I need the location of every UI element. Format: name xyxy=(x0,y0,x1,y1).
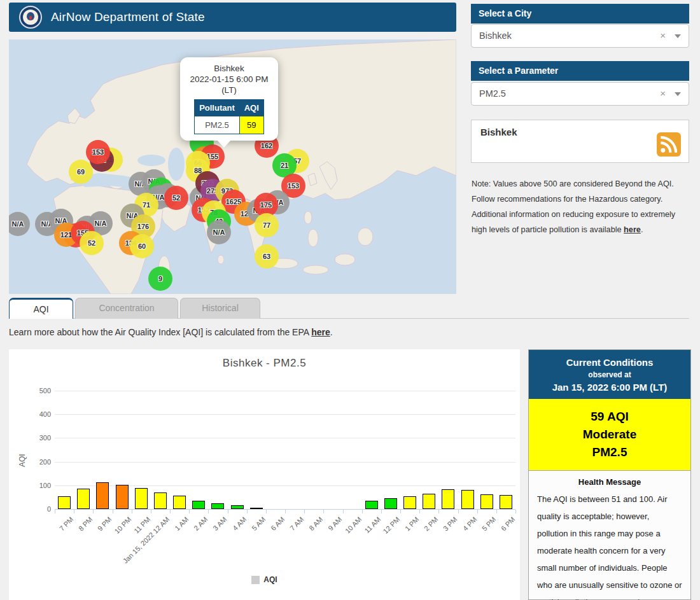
x-tick-mark xyxy=(515,510,516,513)
aqi-bar xyxy=(58,496,71,509)
map-marker[interactable]: 69 xyxy=(69,160,93,184)
page: AirNow Department of State xyxy=(0,0,700,600)
x-tick-mark xyxy=(304,510,305,513)
map-marker[interactable]: N/A xyxy=(207,220,231,244)
aqi-bar xyxy=(442,489,454,509)
y-tick-label: 400 xyxy=(22,410,51,418)
map-marker[interactable]: 52 xyxy=(164,186,188,210)
note-text: Note: Values above 500 are considered Be… xyxy=(472,179,675,234)
popup-timezone: (LT) xyxy=(184,85,274,95)
popup-aqi-value: 59 xyxy=(239,116,263,134)
rss-icon[interactable] xyxy=(657,132,681,157)
conditions-aqi-value: 59 AQI xyxy=(529,408,690,426)
learn-suffix: . xyxy=(330,327,333,337)
x-tick-mark xyxy=(113,510,113,513)
x-tick-mark xyxy=(55,510,55,513)
current-conditions-panel: Current Conditions observed at Jan 15, 2… xyxy=(528,349,691,600)
x-tick-mark xyxy=(266,510,267,513)
aqi-bar xyxy=(250,508,263,509)
health-message-section: Health Message The AQI is between 51 and… xyxy=(529,470,690,599)
city-clear-icon[interactable]: × xyxy=(660,30,666,41)
conditions-pollutant: PM2.5 xyxy=(529,443,690,461)
popup-pollutant-value: PM2.5 xyxy=(195,116,240,134)
y-tick-label: 0 xyxy=(22,505,51,513)
map-marker[interactable]: 60 xyxy=(130,234,154,258)
conditions-observed-at: observed at xyxy=(529,369,690,380)
map-marker[interactable]: 153 xyxy=(86,140,110,164)
note-suffix: . xyxy=(641,225,643,234)
x-tick-mark xyxy=(477,510,478,513)
y-tick-label: 500 xyxy=(22,387,51,394)
chart-gridline xyxy=(55,391,515,391)
x-tick-mark xyxy=(362,510,363,513)
aqi-bar xyxy=(77,489,90,509)
conditions-category: Moderate xyxy=(529,426,690,443)
parameter-select-value: PM2.5 xyxy=(479,83,506,105)
state-seal-shield xyxy=(29,16,32,20)
x-tick-mark xyxy=(438,510,439,513)
map-marker[interactable]: 52 xyxy=(80,231,104,255)
rss-feed-box: Bishkek xyxy=(471,120,689,163)
popup-datetime: 2022-01-15 6:00 PM xyxy=(184,74,274,85)
x-tick-mark xyxy=(343,510,344,513)
tab-aqi[interactable]: AQI xyxy=(9,298,73,319)
aqi-chart: Bishkek - PM2.5 AQI 01002003004005007 PM… xyxy=(9,349,520,600)
x-tick-mark xyxy=(496,510,497,513)
parameter-caret-icon[interactable] xyxy=(675,92,681,96)
x-tick-mark xyxy=(400,510,401,513)
tab-concentration[interactable]: Concentration xyxy=(75,298,178,319)
aqi-bar xyxy=(135,488,148,509)
map-marker[interactable]: 77 xyxy=(255,213,279,237)
select-parameter-header: Select a Parameter xyxy=(471,61,689,81)
learn-text: Learn more about how the Air Quality Ind… xyxy=(9,327,311,337)
x-tick-mark xyxy=(74,510,74,513)
sidebar-note: Note: Values above 500 are considered Be… xyxy=(472,176,691,237)
health-message-title: Health Message xyxy=(529,477,690,487)
x-tick-mark xyxy=(189,510,190,513)
rss-city-title: Bishkek xyxy=(480,127,517,137)
map-marker[interactable]: 63 xyxy=(255,244,279,269)
aqi-bar xyxy=(192,501,205,509)
learn-here-link[interactable]: here xyxy=(311,327,330,337)
y-tick-label: 300 xyxy=(22,434,51,442)
chart-legend[interactable]: AQI xyxy=(9,575,520,584)
select-city-header: Select a City xyxy=(471,4,689,24)
aqi-bar xyxy=(116,485,129,509)
x-tick-mark xyxy=(132,510,132,513)
parameter-clear-icon[interactable]: × xyxy=(660,88,666,99)
city-select-value: Bishkek xyxy=(479,25,512,47)
chart-gridline xyxy=(55,462,515,463)
x-tick-mark xyxy=(228,510,228,513)
x-tick-mark xyxy=(381,510,382,513)
app-header: AirNow Department of State xyxy=(9,3,456,32)
x-tick-mark xyxy=(458,510,459,513)
x-tick-mark xyxy=(208,510,209,513)
y-tick-label: 100 xyxy=(22,482,51,489)
note-here-link[interactable]: here xyxy=(624,225,641,234)
chart-title: Bishkek - PM2.5 xyxy=(9,357,520,370)
map-marker[interactable]: 9 xyxy=(148,267,172,291)
city-caret-icon[interactable] xyxy=(675,34,681,38)
aqi-bar xyxy=(365,501,378,509)
popup-col-pollutant: Pollutant xyxy=(195,100,240,116)
aqi-bar xyxy=(461,490,474,509)
conditions-title: Current Conditions xyxy=(529,356,690,369)
aqi-bar xyxy=(173,496,186,509)
x-tick-mark xyxy=(247,510,248,513)
city-select[interactable]: Bishkek × xyxy=(471,24,689,48)
aqi-bar xyxy=(211,503,224,509)
aqi-bar xyxy=(96,482,109,509)
x-tick-mark xyxy=(419,510,420,513)
x-tick-mark xyxy=(151,510,151,513)
aqi-bar xyxy=(154,492,167,509)
conditions-header: Current Conditions observed at Jan 15, 2… xyxy=(529,350,690,399)
state-seal-logo xyxy=(19,6,42,29)
tab-historical[interactable]: Historical xyxy=(180,298,260,319)
world-map[interactable]: 16215369415566881625721153N/AN/A50N/AN/A… xyxy=(9,39,456,294)
x-tick-mark xyxy=(285,510,286,513)
conditions-datetime: Jan 15, 2022 6:00 PM (LT) xyxy=(529,380,690,394)
y-tick-label: 200 xyxy=(22,458,51,466)
legend-swatch xyxy=(251,576,260,584)
aqi-bar xyxy=(423,494,435,509)
parameter-select[interactable]: PM2.5 × xyxy=(471,82,689,106)
